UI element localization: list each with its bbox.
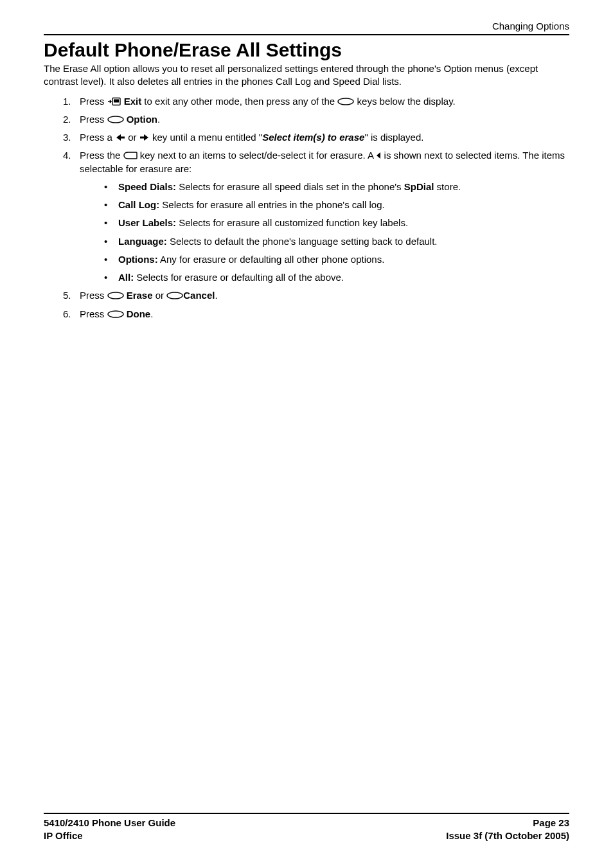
step-text: keys below the display. (354, 96, 455, 107)
header-rule (44, 34, 569, 35)
svg-rect-5 (140, 137, 144, 139)
svg-point-8 (108, 311, 123, 317)
step-text: . (215, 290, 217, 301)
step-5: 5. Press Erase or Cancel. (63, 289, 569, 302)
step-number: 5. (63, 289, 71, 302)
step-text: Press (80, 290, 107, 301)
step-text: key until a menu entitled " (150, 132, 262, 143)
erasure-items-list: Speed Dials: Selects for erasure all spe… (80, 181, 569, 285)
done-label: Done (127, 308, 151, 319)
step-number: 6. (63, 308, 71, 321)
list-item: Options: Any for erasure or defaulting a… (104, 253, 569, 266)
softkey-icon (107, 116, 124, 123)
step-text: Press (80, 308, 107, 319)
right-arrow-icon (139, 134, 150, 141)
footer-product: IP Office (44, 829, 83, 842)
step-text: or (125, 132, 139, 143)
item-text: Any for erasure or defaulting all other … (158, 254, 385, 265)
svg-point-2 (338, 98, 353, 105)
step-2: 2. Press Option. (63, 113, 569, 126)
item-label: Call Log: (118, 199, 159, 210)
softkey-right-icon (166, 292, 183, 299)
list-item: Language: Selects to default the phone's… (104, 235, 569, 248)
softkey-icon (107, 292, 124, 299)
intro-paragraph: The Erase All option allows you to reset… (44, 62, 569, 89)
step-text: or (153, 290, 167, 301)
option-label: Option (127, 114, 157, 125)
svg-rect-1 (114, 99, 119, 102)
step-number: 4. (63, 149, 71, 162)
step-text: . (157, 114, 160, 125)
left-arrow-icon (115, 134, 125, 141)
step-number: 2. (63, 113, 71, 126)
select-items-label: Select item(s) to erase (262, 132, 364, 143)
spdial-label: SpDial (404, 181, 434, 192)
step-text: Press (80, 114, 107, 125)
item-label: Language: (118, 236, 167, 247)
item-text: Selects for erasure or defaulting all of… (134, 272, 344, 283)
item-label: All: (118, 272, 134, 283)
step-text: key next to an items to select/de-select… (138, 150, 377, 161)
footer-row-1: 5410/2410 Phone User Guide Page 23 (44, 817, 569, 829)
item-text: Selects to default the phone's language … (167, 236, 438, 247)
step-text: " is displayed. (364, 132, 423, 143)
step-text: Press a (80, 132, 115, 143)
svg-point-6 (108, 292, 123, 299)
step-4: 4. Press the key next to an items to sel… (63, 149, 569, 284)
svg-rect-4 (121, 137, 125, 139)
softkey-icon (337, 98, 354, 105)
item-label: Speed Dials: (118, 181, 176, 192)
item-label: Options: (118, 254, 158, 265)
steps-list: 1. Press Exit to exit any other mode, th… (44, 95, 569, 321)
item-text: Selects for erasure all speed dials set … (176, 181, 404, 192)
step-6: 6. Press Done. (63, 308, 569, 321)
item-label: User Labels: (118, 217, 176, 228)
item-text: Selects for erasure all customized funct… (176, 217, 408, 228)
display-key-icon (123, 152, 138, 159)
step-3: 3. Press a or key until a menu entitled … (63, 131, 569, 144)
step-text: Press (80, 96, 107, 107)
footer-region: 5410/2410 Phone User Guide Page 23 IP Of… (44, 813, 569, 843)
footer-rule (44, 813, 569, 814)
footer-row-2: IP Office Issue 3f (7th October 2005) (44, 829, 569, 842)
header-region: Changing Options (44, 21, 569, 34)
step-1: 1. Press Exit to exit any other mode, th… (63, 95, 569, 108)
footer-guide-title: 5410/2410 Phone User Guide (44, 817, 175, 829)
list-item: All: Selects for erasure or defaulting a… (104, 271, 569, 284)
exit-label: Exit (124, 96, 142, 107)
svg-point-3 (108, 116, 123, 123)
exit-icon (107, 97, 121, 106)
page-title: Default Phone/Erase All Settings (44, 39, 569, 61)
softkey-icon (107, 310, 124, 318)
step-text: to exit any other mode, then press any o… (141, 96, 337, 107)
triangle-left-icon (376, 152, 381, 159)
footer-page: Page 23 (533, 817, 569, 829)
step-text: . (150, 308, 153, 319)
list-item: User Labels: Selects for erasure all cus… (104, 217, 569, 229)
list-item: Call Log: Selects for erasure all entrie… (104, 199, 569, 211)
item-text: Selects for erasure all entries in the p… (159, 199, 385, 210)
step-number: 3. (63, 131, 71, 144)
step-text: Press the (80, 150, 123, 161)
list-item: Speed Dials: Selects for erasure all spe… (104, 181, 569, 193)
item-text: store. (434, 181, 461, 192)
cancel-label: Cancel (183, 290, 215, 301)
header-section-title: Changing Options (492, 21, 569, 31)
svg-point-7 (167, 292, 182, 299)
step-number: 1. (63, 95, 71, 108)
erase-label: Erase (127, 290, 153, 301)
footer-issue: Issue 3f (7th October 2005) (446, 829, 569, 842)
